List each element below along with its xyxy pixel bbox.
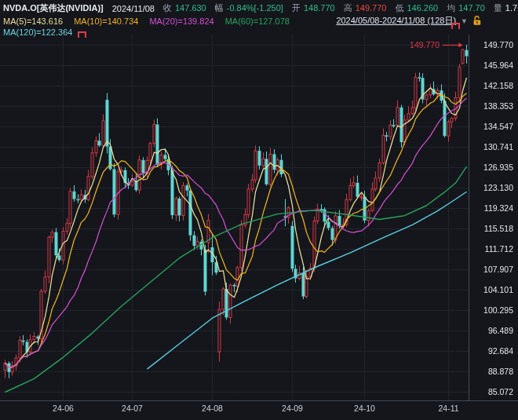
field-volume: 量 1.76亿	[494, 2, 518, 14]
field-change: 幅 -0.84%[-1.250]	[215, 2, 283, 14]
field-avg: 均 147.70	[447, 2, 485, 14]
quote-date: 2024/11/08	[112, 4, 155, 13]
chevron-down-icon[interactable]: ▼	[461, 17, 468, 25]
ma20-label: MA(20)=139.824	[149, 16, 213, 26]
symbol-title: NVDA.O[英伟达(NVIDIA)]	[3, 2, 104, 14]
ma5-label: MA(5)=143.616	[3, 16, 63, 26]
event-marker-icon[interactable]	[78, 31, 86, 38]
ma10-label: MA(10)=140.734	[74, 16, 138, 26]
quote-header-row: NVDA.O[英伟达(NVIDIA)] 2024/11/08 收 147.630…	[0, 0, 518, 14]
stock-chart-window: NVDA.O[英伟达(NVIDIA)] 2024/11/08 收 147.630…	[0, 0, 518, 420]
lock-icon[interactable]	[472, 16, 482, 26]
ma120-label: MA(120)=122.364	[3, 27, 72, 37]
date-range-selector[interactable]: 2024/05/08-2024/11/08 (128日) ▼	[336, 15, 482, 27]
field-open: 开 148.770	[292, 2, 335, 14]
field-close: 收 147.630	[163, 2, 206, 14]
ma60-label: MA(60)=127.078	[225, 16, 290, 26]
candlestick-chart-canvas[interactable]	[0, 0, 518, 420]
field-low: 低 146.260	[395, 2, 438, 14]
date-range-text[interactable]: 2024/05/08-2024/11/08 (128日)	[336, 15, 456, 27]
field-high: 高 149.770	[344, 2, 387, 14]
event-marker-icon[interactable]	[451, 23, 460, 29]
